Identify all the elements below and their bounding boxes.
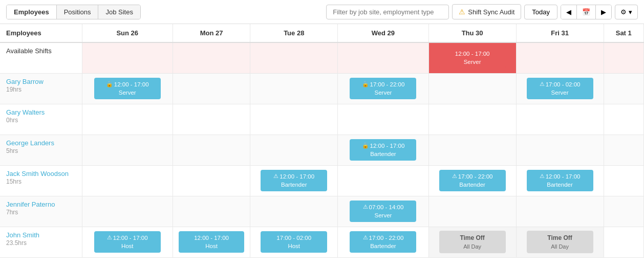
empty-cell (173, 104, 250, 135)
table-row: Gary Walters 0hrs (0, 104, 644, 135)
available-shift-cell[interactable]: 12:00 - 17:00 Server (428, 42, 516, 73)
empty-cell (250, 135, 338, 165)
employee-hours: 15hrs (6, 178, 22, 185)
shift-badge[interactable]: ⚠07:00 - 14:00 Server (350, 201, 416, 222)
shift-badge[interactable]: 17:00 - 02:00 Host (261, 231, 327, 253)
schedule-table: Employees Sun 26 Mon 27 Tue 28 Wed 29 Th… (0, 24, 644, 258)
empty-cell (82, 196, 173, 227)
lock-icon: 🔒 (106, 80, 113, 88)
today-button[interactable]: Today (524, 5, 557, 19)
employee-hours: 5hrs (6, 147, 18, 154)
available-shift-cell-empty (250, 42, 338, 73)
empty-cell (516, 135, 604, 165)
shift-cell[interactable]: 🔒12:00 - 17:00 Server (82, 73, 173, 104)
header-thu: Thu 30 (428, 24, 516, 42)
empty-cell (428, 104, 516, 135)
employee-name[interactable]: Gary Walters (6, 108, 80, 116)
shift-cell[interactable]: ⚠12:00 - 17:00 Bartender (516, 165, 604, 196)
table-row: Jack Smith Woodson 15hrs ⚠12:00 - 17:00 … (0, 165, 644, 196)
calendar-icon: 📅 (582, 8, 590, 16)
empty-cell (604, 104, 643, 135)
next-button[interactable]: ▶ (596, 5, 611, 19)
shift-cell[interactable]: ⚠17:00 - 02:00 Server (516, 73, 604, 104)
lock-icon: 🔒 (362, 142, 369, 149)
shift-badge[interactable]: ⚠17:00 - 02:00 Server (527, 78, 593, 99)
time-off-badge[interactable]: Time Off All Day (439, 231, 506, 254)
shift-cell[interactable]: 12:00 - 17:00 Host (173, 227, 250, 257)
shift-badge[interactable]: ⚠17:00 - 22:00 Bartender (439, 170, 506, 191)
header-wed: Wed 29 (338, 24, 428, 42)
warning-icon: ⚠ (363, 203, 368, 211)
shift-cell[interactable]: 🔒17:00 - 22:00 Server (338, 73, 428, 104)
employee-name[interactable]: Jack Smith Woodson (6, 170, 80, 177)
employee-hours: 0hrs (6, 117, 18, 124)
empty-cell (173, 73, 250, 104)
employee-cell: Jack Smith Woodson 15hrs (0, 165, 82, 196)
time-off-badge[interactable]: Time Off All Day (527, 231, 593, 254)
tab-employees[interactable]: Employees (7, 5, 57, 19)
header-employees: Employees (0, 24, 82, 42)
shift-badge[interactable]: ⚠17:00 - 22:00 Bartender (350, 231, 416, 253)
filter-input[interactable] (326, 5, 449, 19)
empty-cell (250, 196, 338, 227)
employee-name[interactable]: John Smith (6, 231, 80, 239)
employee-cell: George Landers 5hrs (0, 135, 82, 165)
lock-icon: 🔒 (362, 80, 369, 88)
empty-cell (338, 165, 428, 196)
empty-cell (516, 104, 604, 135)
audit-label: Shift Sync Audit (468, 8, 514, 16)
employee-name[interactable]: George Landers (6, 139, 80, 147)
employee-name[interactable]: Jennifer Paterno (6, 201, 80, 208)
shift-cell[interactable]: ⚠17:00 - 22:00 Bartender (338, 227, 428, 257)
employee-cell: Gary Barrow 19hrs (0, 73, 82, 104)
shift-badge[interactable]: 🔒17:00 - 22:00 Server (350, 78, 416, 99)
header-sat: Sat 1 (604, 24, 643, 42)
warning-icon: ⚠ (459, 8, 465, 16)
tab-job-sites[interactable]: Job Sites (98, 5, 140, 19)
shift-badge[interactable]: ⚠12:00 - 17:00 Bartender (527, 170, 593, 191)
shift-sync-audit-button[interactable]: ⚠ Shift Sync Audit (452, 4, 521, 19)
warning-icon: ⚠ (540, 172, 545, 180)
calendar: Employees Sun 26 Mon 27 Tue 28 Wed 29 Th… (0, 24, 644, 258)
shift-cell[interactable]: 17:00 - 02:00 Host (250, 227, 338, 257)
employee-hours: 7hrs (6, 209, 18, 216)
table-body: Available Shifts 12:00 - 17:00 Server Ga… (0, 42, 644, 257)
employee-name[interactable]: Gary Barrow (6, 78, 80, 85)
prev-button[interactable]: ◀ (561, 5, 577, 19)
settings-button[interactable]: ⚙ ▾ (615, 5, 638, 19)
toolbar: Employees Positions Job Sites ⚠ Shift Sy… (0, 0, 644, 24)
shift-badge[interactable]: 12:00 - 17:00 Server (439, 47, 506, 69)
shift-cell[interactable]: ⚠12:00 - 17:00 Host (82, 227, 173, 257)
empty-cell (82, 104, 173, 135)
shift-badge[interactable]: ⚠12:00 - 17:00 Bartender (261, 170, 327, 191)
empty-cell (428, 135, 516, 165)
time-off-cell[interactable]: Time Off All Day (516, 227, 604, 257)
empty-cell (250, 104, 338, 135)
calendar-button[interactable]: 📅 (577, 5, 596, 19)
shift-cell[interactable]: ⚠17:00 - 22:00 Bartender (428, 165, 516, 196)
available-shift-cell-empty (82, 42, 173, 73)
chevron-down-icon: ▾ (629, 8, 632, 16)
header-mon: Mon 27 (173, 24, 250, 42)
shift-badge[interactable]: 12:00 - 17:00 Host (179, 231, 244, 253)
shift-badge[interactable]: ⚠12:00 - 17:00 Host (94, 231, 161, 253)
shift-cell[interactable]: ⚠07:00 - 14:00 Server (338, 196, 428, 227)
tab-positions[interactable]: Positions (57, 5, 99, 19)
header-fri: Fri 31 (516, 24, 604, 42)
employee-hours: 19hrs (6, 86, 22, 93)
shift-cell[interactable]: 🔒12:00 - 17:00 Bartender (338, 135, 428, 165)
shift-badge[interactable]: 🔒12:00 - 17:00 Bartender (350, 139, 416, 161)
available-shift-cell-empty (173, 42, 250, 73)
employee-cell: John Smith 23.5hrs (0, 227, 82, 257)
warning-icon: ⚠ (363, 234, 368, 241)
table-row: Gary Barrow 19hrs 🔒12:00 - 17:00 Server … (0, 73, 644, 104)
empty-cell (173, 135, 250, 165)
shift-cell[interactable]: ⚠12:00 - 17:00 Bartender (250, 165, 338, 196)
empty-cell (338, 104, 428, 135)
shift-badge[interactable]: 🔒12:00 - 17:00 Server (94, 78, 161, 99)
table-header: Employees Sun 26 Mon 27 Tue 28 Wed 29 Th… (0, 24, 644, 42)
available-shift-cell-empty (604, 42, 643, 73)
nav-group: ◀ 📅 ▶ (561, 5, 612, 19)
available-shifts-row: Available Shifts 12:00 - 17:00 Server (0, 42, 644, 73)
time-off-cell[interactable]: Time Off All Day (428, 227, 516, 257)
